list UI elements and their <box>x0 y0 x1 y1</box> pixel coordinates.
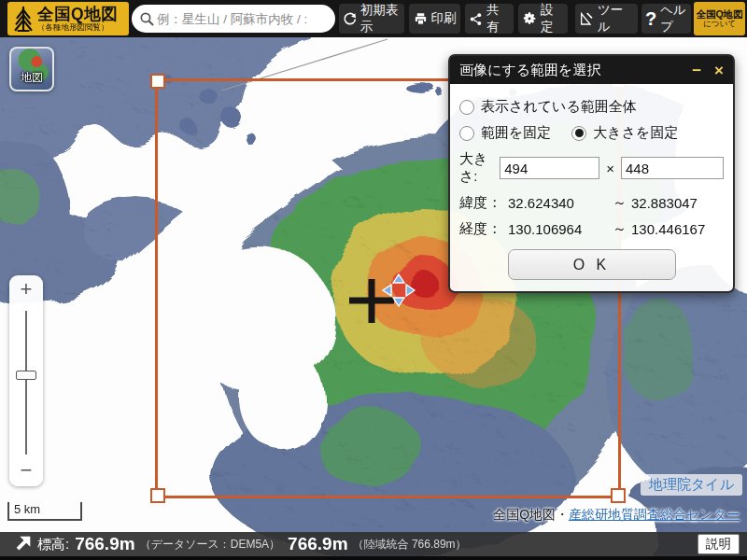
radio-fix-range[interactable] <box>459 126 474 141</box>
help-button[interactable]: ? ヘルプ <box>641 4 691 34</box>
reset-view-button[interactable]: 初期表示 <box>339 4 404 34</box>
tools-button[interactable]: ツール <box>575 4 638 34</box>
scale-label: 5 km <box>14 502 40 516</box>
search-box[interactable] <box>132 5 335 33</box>
longitude-tilde: ～ <box>613 220 631 238</box>
minimize-icon[interactable]: − <box>692 63 701 78</box>
help-icon: ? <box>645 9 656 28</box>
height-input[interactable] <box>621 157 724 179</box>
tools-label: ツール <box>598 2 634 35</box>
help-label: ヘルプ <box>660 2 687 35</box>
zoom-in-button[interactable]: + <box>9 277 43 303</box>
attribution-link[interactable]: 産総研地質調査総合センター <box>569 507 740 522</box>
elevation-value-2: 766.9m <box>288 534 347 554</box>
longitude-from: 130.106964 <box>508 221 613 237</box>
latitude-from: 32.624340 <box>508 195 613 211</box>
app-logo[interactable]: 全国Q地図 （各種地形図閲覧） <box>7 2 129 35</box>
logo-title: 全国Q地図 <box>37 7 118 23</box>
gear-icon <box>522 11 537 26</box>
map-attribution: 全国Q地図・産総研地質調査総合センター <box>493 507 740 524</box>
settings-label: 設定 <box>541 2 564 35</box>
longitude-label: 経度： <box>459 220 508 238</box>
tile-attribution-link[interactable]: 地理院タイル <box>641 474 742 496</box>
about-button[interactable]: 全国Q地図 について <box>694 2 745 35</box>
radio-full-extent[interactable] <box>459 100 474 115</box>
selection-handle-bottom-right[interactable] <box>611 488 626 503</box>
printer-icon <box>414 12 428 26</box>
selection-handle-top-left[interactable] <box>150 74 165 89</box>
zoom-out-button[interactable]: − <box>9 458 43 484</box>
search-input[interactable] <box>155 11 328 27</box>
zoom-control: + − <box>9 275 43 486</box>
zoom-slider-handle[interactable] <box>16 371 36 380</box>
print-button[interactable]: 印刷 <box>409 4 460 34</box>
width-input[interactable] <box>500 157 599 179</box>
basemap-thumbnail[interactable]: 地図 <box>9 47 54 91</box>
share-button[interactable]: 共有 <box>465 4 514 34</box>
image-range-dialog: 画像にする範囲を選択 − × 表示されている範囲全体 範囲を固定 大きさを固定 … <box>448 54 735 293</box>
selection-handle-bottom-left[interactable] <box>150 488 165 503</box>
tree-icon <box>11 4 35 34</box>
settings-button[interactable]: 設定 <box>518 4 568 34</box>
print-label: 印刷 <box>431 10 457 27</box>
logo-subtitle: （各種地形図閲覧） <box>37 23 118 32</box>
elevation-label: 標高: <box>37 536 69 553</box>
size-label: 大きさ: <box>459 150 500 186</box>
ok-button[interactable]: O K <box>508 249 676 280</box>
share-label: 共有 <box>486 2 510 35</box>
basemap-thumbnail-label: 地図 <box>11 70 52 86</box>
share-icon <box>469 12 483 26</box>
radio-fix-size[interactable] <box>571 126 586 141</box>
dialog-title: 画像にする範囲を選択 <box>459 62 600 79</box>
latitude-label: 緯度： <box>459 194 508 212</box>
longitude-to: 130.446167 <box>631 221 705 237</box>
about-label-line2: について <box>703 20 736 29</box>
radio-fix-range-label: 範囲を固定 <box>481 124 551 142</box>
zoom-slider-track[interactable] <box>25 311 27 455</box>
scale-bar: 5 km <box>7 502 82 521</box>
dialog-title-bar[interactable]: 画像にする範囲を選択 − × <box>450 56 733 84</box>
radio-fix-size-label: 大きさを固定 <box>593 124 678 142</box>
explain-button[interactable]: 説明 <box>698 534 740 554</box>
elevation-value: 766.9m <box>75 534 134 554</box>
elevation-integrated-note: （陸域統合 766.89m） <box>353 537 467 553</box>
tools-icon <box>579 11 594 26</box>
refresh-icon <box>343 12 357 26</box>
dialog-body: 表示されている範囲全体 範囲を固定 大きさを固定 大きさ: × 緯度： 32.6… <box>450 84 733 291</box>
attribution-prefix: 全国Q地図・ <box>493 507 569 522</box>
magnifier-icon <box>139 11 155 27</box>
bottom-edge-strip <box>0 556 747 560</box>
latitude-tilde: ～ <box>613 194 631 212</box>
latitude-to: 32.883047 <box>631 195 698 211</box>
reset-view-label: 初期表示 <box>360 2 401 35</box>
elevation-arrow-icon <box>13 534 34 554</box>
close-icon[interactable]: × <box>714 63 724 78</box>
elevation-source-note: （データソース：DEM5A） <box>140 537 280 553</box>
top-toolbar: 全国Q地図 （各種地形図閲覧） 初期表示 印刷 共有 <box>0 0 747 37</box>
size-separator: × <box>606 161 614 176</box>
radio-full-extent-label: 表示されている範囲全体 <box>481 98 637 116</box>
status-bar: 標高: 766.9m （データソース：DEM5A） 766.9m （陸域統合 7… <box>0 532 747 556</box>
